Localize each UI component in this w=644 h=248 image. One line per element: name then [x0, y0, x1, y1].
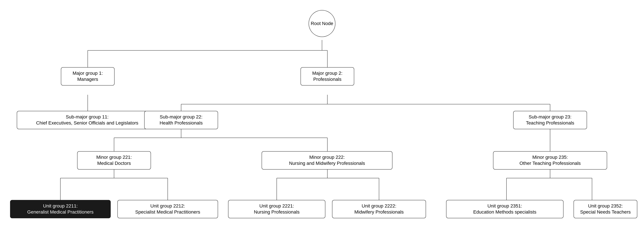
major-group-professionals[interactable]: Major group 2:Professionals	[300, 67, 354, 85]
minor-group-235[interactable]: Minor group 235:Other Teaching Professio…	[493, 151, 607, 170]
unit-group-2222[interactable]: Unit group 2222:Midwifery Professionals	[332, 200, 426, 218]
root-node[interactable]: Root Node	[308, 10, 336, 37]
minor-group-222[interactable]: Minor group 222:Nursing and Midwifery Pr…	[262, 151, 392, 170]
minor-group-221[interactable]: Minor group 221:Medical Doctors	[77, 151, 151, 170]
unit-group-2221[interactable]: Unit group 2221:Nursing Professionals	[228, 200, 325, 218]
submajor-group-23[interactable]: Sub-major group 23:Teaching Professional…	[513, 111, 587, 129]
submajor-group-22[interactable]: Sub-major group 22:Health Professionals	[144, 111, 218, 129]
unit-group-2212[interactable]: Unit group 2212:Specialist Medical Pract…	[118, 200, 218, 218]
unit-group-2351[interactable]: Unit group 2351:Education Methods specia…	[446, 200, 564, 218]
unit-group-2352[interactable]: Unit group 2352:Special Needs Teachers	[574, 200, 637, 218]
unit-group-2211[interactable]: Unit group 2211:Generalist Medical Pract…	[10, 200, 111, 218]
major-group-managers[interactable]: Major group 1:Managers	[61, 67, 114, 85]
tree-container: Root Node Major group 1:Managers Major g…	[0, 0, 644, 248]
submajor-group-11[interactable]: Sub-major group 11:Chief Executives, Sen…	[17, 111, 158, 129]
